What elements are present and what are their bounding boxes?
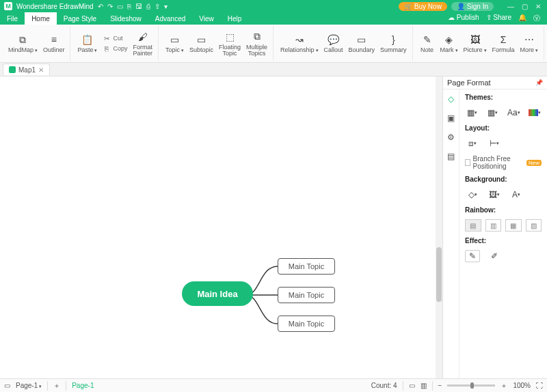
redo-icon[interactable]: ↷ — [107, 3, 113, 10]
theme-font-button[interactable]: Aa — [507, 107, 521, 119]
view-mode-1-icon[interactable]: ▭ — [409, 382, 415, 389]
theme-color-button[interactable] — [528, 107, 542, 119]
view-mode-2-icon[interactable]: ▥ — [421, 382, 427, 389]
menu-page-style[interactable]: Page Style — [57, 12, 103, 25]
save-icon[interactable]: 🖫 — [135, 3, 142, 10]
canvas[interactable]: Main Idea Main Topic Main Topic Main Top… — [0, 76, 436, 378]
menu-slideshow[interactable]: Slideshow — [103, 12, 148, 25]
add-page-button[interactable]: ＋ — [53, 381, 60, 391]
relationship-label: Relationship — [280, 47, 318, 53]
floating-topic-label: Floating Topic — [219, 44, 241, 57]
print-icon[interactable]: ⎙ — [146, 3, 150, 10]
active-page-label[interactable]: Page-1 — [72, 382, 94, 389]
menu-chevron-icon[interactable]: ⓥ — [533, 14, 540, 23]
rainbow-3-button[interactable]: ▦ — [505, 219, 522, 232]
cut-icon: ✂ — [103, 34, 111, 42]
side-panel-header: Page Format 📌 — [443, 76, 547, 89]
formula-button[interactable]: ΣFormula — [491, 32, 516, 55]
layout-label: Layout: — [465, 124, 542, 132]
rainbow-2-button[interactable]: ▥ — [485, 219, 502, 232]
theme-preset-1-button[interactable]: ▦ — [465, 107, 479, 119]
topic-node-3[interactable]: Main Topic — [278, 316, 335, 332]
topic-button[interactable]: ▭Topic — [164, 32, 185, 55]
page-list-icon[interactable]: ▭ — [4, 382, 10, 389]
zoom-in-button[interactable]: ＋ — [501, 381, 507, 391]
side-tab-style-icon[interactable]: ◇ — [446, 94, 457, 104]
bg-image-button[interactable]: 🖼 — [487, 188, 502, 201]
zoom-value: 100% — [513, 382, 531, 389]
side-tab-object-icon[interactable]: ▤ — [446, 151, 457, 162]
themes-label: Themes: — [465, 94, 542, 101]
floating-topic-button[interactable]: ⬚Floating Topic — [217, 29, 242, 58]
menu-advanced[interactable]: Advanced — [148, 12, 192, 25]
format-painter-button[interactable]: 🖌Format Painter — [131, 29, 154, 58]
multiple-topics-button[interactable]: ⧉Multiple Topics — [245, 29, 269, 58]
zoom-thumb[interactable] — [470, 382, 474, 389]
relationship-button[interactable]: ↝Relationship — [279, 32, 319, 55]
more-label: More — [520, 47, 538, 53]
zoom-out-button[interactable]: − — [438, 382, 442, 389]
menu-file[interactable]: File — [0, 12, 25, 25]
bg-fill-button[interactable]: ◇ — [465, 188, 480, 201]
paste-button[interactable]: 📋Paste — [76, 32, 98, 55]
buy-now-button[interactable]: 🛒 Buy Now — [399, 2, 447, 11]
side-tab-branch-icon[interactable]: ⚙ — [446, 132, 457, 143]
copy-icon: ⎘ — [103, 44, 111, 53]
close-button[interactable]: ✕ — [533, 3, 543, 10]
rainbow-1-button[interactable]: ▤ — [465, 219, 481, 232]
branch-free-checkbox[interactable]: Branch Free Positioning New — [465, 155, 542, 170]
theme-preset-2-button[interactable]: ▦ — [485, 107, 499, 119]
bg-watermark-button[interactable]: A — [509, 188, 524, 201]
zoom-slider[interactable] — [447, 384, 495, 387]
subtopic-button[interactable]: ▭Subtopic — [188, 32, 215, 55]
effect-1-button[interactable]: ✎ — [465, 250, 480, 262]
main-idea-node[interactable]: Main Idea — [182, 281, 253, 306]
tab-map1[interactable]: Map1 ✕ — [3, 64, 50, 75]
mark-button[interactable]: ◈Mark — [439, 32, 459, 55]
mindmap-button[interactable]: ⧉MindMap — [7, 32, 39, 55]
pin-icon[interactable]: 📌 — [535, 79, 543, 86]
note-button[interactable]: ✎Note — [418, 32, 436, 55]
layout-branch-button[interactable]: ⊢ — [487, 137, 502, 150]
branch-free-label: Branch Free Positioning — [473, 155, 524, 170]
new-icon[interactable]: ▭ — [117, 3, 123, 10]
more-button[interactable]: ⋯More — [519, 32, 539, 55]
mark-label: Mark — [440, 47, 458, 53]
tab-close-icon[interactable]: ✕ — [38, 66, 44, 74]
sign-in-button[interactable]: 👤 Sign In — [451, 2, 494, 11]
callout-button[interactable]: 💬Callout — [323, 32, 345, 55]
side-tab-page-icon[interactable]: ▣ — [446, 113, 457, 124]
undo-icon[interactable]: ↶ — [98, 3, 103, 10]
menu-home[interactable]: Home — [25, 12, 57, 25]
format-painter-label: Format Painter — [133, 44, 152, 57]
layout-tree-button[interactable]: ⧈ — [465, 137, 480, 150]
outliner-button[interactable]: ≡Outliner — [42, 32, 66, 55]
effect-2-button[interactable]: ✐ — [487, 250, 502, 262]
cut-button[interactable]: ✂Cut — [101, 33, 129, 43]
paste-label: Paste — [77, 47, 97, 53]
topic-node-2[interactable]: Main Topic — [278, 287, 335, 303]
boundary-button[interactable]: ▭Boundary — [347, 32, 377, 55]
copy-button[interactable]: ⎘Copy — [101, 44, 129, 53]
notification-icon[interactable]: 🔔 — [518, 14, 526, 23]
open-icon[interactable]: ⎘ — [127, 3, 131, 10]
publish-button[interactable]: ☁ Publish — [448, 14, 479, 23]
fit-page-icon[interactable]: ⛶ — [536, 382, 543, 389]
mark-icon: ◈ — [443, 33, 455, 46]
vertical-scrollbar[interactable] — [436, 76, 442, 378]
qat-dropdown-icon[interactable]: ▾ — [164, 3, 168, 10]
rainbow-4-button[interactable]: ▧ — [526, 219, 542, 232]
side-content: Themes: ▦ ▦ Aa Layout: ⧈ ⊢ Branch Free P… — [459, 89, 547, 378]
maximize-button[interactable]: ▢ — [520, 3, 529, 10]
menu-help[interactable]: Help — [221, 12, 249, 25]
scrollbar-thumb[interactable] — [436, 247, 442, 302]
topic-node-1[interactable]: Main Topic — [278, 258, 335, 275]
menu-view[interactable]: View — [192, 12, 221, 25]
new-badge: New — [526, 160, 542, 166]
export-icon[interactable]: ⇪ — [155, 3, 160, 10]
share-button[interactable]: ⇪ Share — [486, 14, 511, 23]
page-dropdown[interactable]: Page-1 — [16, 382, 42, 389]
picture-button[interactable]: 🖼Picture — [462, 32, 488, 55]
minimize-button[interactable]: — — [506, 3, 516, 10]
summary-button[interactable]: }Summary — [379, 32, 408, 55]
